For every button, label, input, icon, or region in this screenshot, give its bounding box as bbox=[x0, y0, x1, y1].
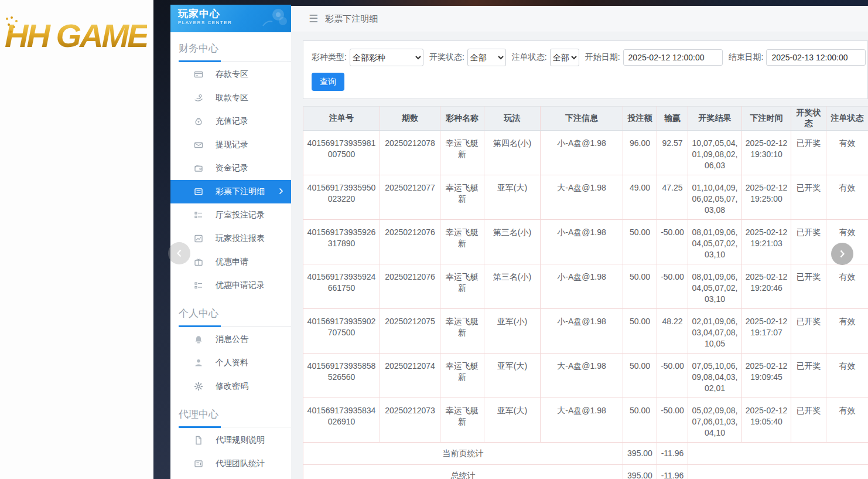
sidebar-item-label: 彩票下注明细 bbox=[216, 186, 265, 197]
sidebar-item-withdrawal-records[interactable]: 提现记录 bbox=[170, 133, 291, 157]
cell-result: 07,05,10,06,09,08,04,03,02,01 bbox=[688, 354, 742, 398]
brand-panel: HH GAME bbox=[0, 0, 153, 479]
cell-lottery: 幸运飞艇新 bbox=[440, 220, 484, 264]
logo-text: HH GAME bbox=[5, 17, 147, 54]
cell-bet-info: 小-A盘@1.98 bbox=[541, 309, 623, 354]
sidebar-item-label: 修改密码 bbox=[216, 381, 248, 392]
stats-label: 当前页统计 bbox=[303, 443, 623, 465]
table-row: 401569173935950023220 20250212077 幸运飞艇新 … bbox=[303, 175, 868, 220]
sidebar-item-withdraw-zone[interactable]: 取款专区 bbox=[170, 86, 291, 110]
sidebar-header: 玩家中心 PLAYERS CENTER bbox=[170, 5, 291, 32]
sidebar-item-deposit-zone[interactable]: 存款专区 bbox=[170, 63, 291, 86]
cell-result: 02,01,09,06,03,04,07,08,10,05 bbox=[688, 309, 742, 354]
bell-icon bbox=[193, 335, 203, 345]
cell-period: 20250212076 bbox=[380, 220, 440, 264]
col-bet-info: 下注信息 bbox=[541, 107, 623, 131]
newspaper-icon bbox=[193, 459, 203, 469]
section-underline bbox=[179, 60, 221, 62]
sidebar-item-label: 个人资料 bbox=[216, 358, 248, 368]
stats-winloss: -11.96 bbox=[657, 443, 688, 465]
section-title: 个人中心 bbox=[179, 307, 291, 320]
total-stats-row: 总统计 395.00 -11.96 bbox=[303, 465, 868, 479]
section-title: 代理中心 bbox=[179, 407, 291, 421]
bet-detail-icon bbox=[193, 187, 203, 197]
table-row: 401569173935902707500 20250212075 幸运飞艇新 … bbox=[303, 309, 868, 354]
stats-amount: 395.00 bbox=[623, 465, 657, 479]
cell-amount: 96.00 bbox=[623, 131, 657, 175]
cell-draw-status: 已开奖 bbox=[791, 354, 826, 398]
sidebar-item-recharge-records[interactable]: 充值记录 bbox=[170, 110, 291, 133]
section-finance-center: 财务中心 bbox=[179, 38, 291, 62]
cell-period: 20250212076 bbox=[380, 264, 440, 309]
backdrop-left-strip bbox=[153, 0, 170, 479]
cell-bet-status: 有效 bbox=[826, 354, 868, 398]
cell-lottery: 幸运飞艇新 bbox=[440, 398, 484, 443]
cell-period: 20250212073 bbox=[380, 398, 440, 443]
cell-bet-status: 有效 bbox=[826, 175, 868, 220]
cell-bet-id: 401569173935926317890 bbox=[303, 220, 380, 264]
sidebar-item-label: 存款专区 bbox=[216, 69, 248, 80]
col-period: 期数 bbox=[380, 107, 440, 131]
col-bet-status: 注单状态 bbox=[826, 107, 868, 131]
cell-time: 2025-02-12 19:30:10 bbox=[742, 131, 791, 175]
cell-winloss: -50.00 bbox=[657, 220, 688, 264]
hamburger-menu-icon[interactable]: ☰ bbox=[309, 12, 318, 25]
col-bet-id: 注单号 bbox=[303, 107, 380, 131]
start-date-input[interactable] bbox=[623, 49, 723, 66]
cell-winloss: 92.57 bbox=[657, 131, 688, 175]
sidebar-item-promo-records[interactable]: 优惠申请记录 bbox=[170, 274, 291, 297]
cell-lottery: 幸运飞艇新 bbox=[440, 175, 484, 220]
stats-amount: 395.00 bbox=[623, 443, 657, 465]
query-button[interactable]: 查询 bbox=[312, 73, 344, 91]
cell-bet-status: 有效 bbox=[826, 309, 868, 354]
cell-bet-info: 小-A盘@1.98 bbox=[541, 131, 623, 175]
cell-winloss: 47.25 bbox=[657, 175, 688, 220]
col-play: 玩法 bbox=[484, 107, 541, 131]
cell-bet-info: 小-A盘@1.98 bbox=[541, 264, 623, 309]
current-page-stats-row: 当前页统计 395.00 -11.96 bbox=[303, 443, 868, 465]
sidebar-item-announcements[interactable]: 消息公告 bbox=[170, 328, 291, 351]
cell-bet-id: 401569173935950023220 bbox=[303, 175, 380, 220]
sidebar-item-fund-records[interactable]: 资金记录 bbox=[170, 157, 291, 180]
cell-bet-info: 大-A盘@1.98 bbox=[541, 398, 623, 443]
cell-bet-info: 大-A盘@1.98 bbox=[541, 354, 623, 398]
bet-status-label: 注单状态: bbox=[512, 52, 547, 63]
cell-amount: 50.00 bbox=[623, 220, 657, 264]
cell-bet-info: 大-A盘@1.98 bbox=[541, 175, 623, 220]
collapse-sidebar-button[interactable] bbox=[168, 242, 190, 264]
sidebar-item-hall-bet-records[interactable]: 厅室投注记录 bbox=[170, 203, 291, 227]
table-row: 401569173935858526560 20250212074 幸运飞艇新 … bbox=[303, 354, 868, 398]
bet-status-select[interactable]: 全部 bbox=[550, 49, 579, 66]
cell-draw-status: 已开奖 bbox=[791, 220, 826, 264]
end-date-input[interactable] bbox=[766, 49, 866, 66]
cell-bet-id: 401569173935902707500 bbox=[303, 309, 380, 354]
sidebar-item-label: 玩家投注报表 bbox=[216, 233, 265, 244]
sidebar-item-change-password[interactable]: 修改密码 bbox=[170, 375, 291, 398]
cell-lottery: 幸运飞艇新 bbox=[440, 309, 484, 354]
scroll-right-button[interactable] bbox=[831, 243, 853, 265]
hand-coin-icon bbox=[193, 93, 203, 103]
cell-play: 亚军(大) bbox=[484, 354, 541, 398]
sidebar-item-profile[interactable]: 个人资料 bbox=[170, 351, 291, 375]
table-row: 401569173935924661750 20250212076 幸运飞艇新 … bbox=[303, 264, 868, 309]
cell-period: 20250212078 bbox=[380, 131, 440, 175]
table-row: 401569173935926317890 20250212076 幸运飞艇新 … bbox=[303, 220, 868, 264]
cell-time: 2025-02-12 19:25:00 bbox=[742, 175, 791, 220]
cell-amount: 50.00 bbox=[623, 398, 657, 443]
table-row: 401569173935981007500 20250212078 幸运飞艇新 … bbox=[303, 131, 868, 175]
chart-report-icon bbox=[193, 234, 203, 244]
sidebar-item-label: 充值记录 bbox=[216, 116, 248, 127]
sidebar-item-agent-rules[interactable]: 代理规则说明 bbox=[170, 429, 291, 452]
col-bet-time: 下注时间 bbox=[742, 107, 791, 131]
bank-card-icon bbox=[193, 70, 203, 80]
cell-period: 20250212074 bbox=[380, 354, 440, 398]
sidebar-item-agent-team-stats[interactable]: 代理团队统计 bbox=[170, 452, 291, 475]
document-icon bbox=[193, 436, 203, 446]
sidebar-item-lottery-bet-details[interactable]: 彩票下注明细 bbox=[170, 180, 291, 203]
cell-lottery: 幸运飞艇新 bbox=[440, 131, 484, 175]
sidebar-item-label: 厅室投注记录 bbox=[216, 210, 265, 220]
draw-status-select[interactable]: 全部 bbox=[467, 49, 506, 66]
cell-winloss: -50.00 bbox=[657, 264, 688, 309]
lottery-type-select[interactable]: 全部彩种 bbox=[350, 49, 423, 66]
sidebar-item-label: 优惠申请 bbox=[216, 257, 248, 267]
